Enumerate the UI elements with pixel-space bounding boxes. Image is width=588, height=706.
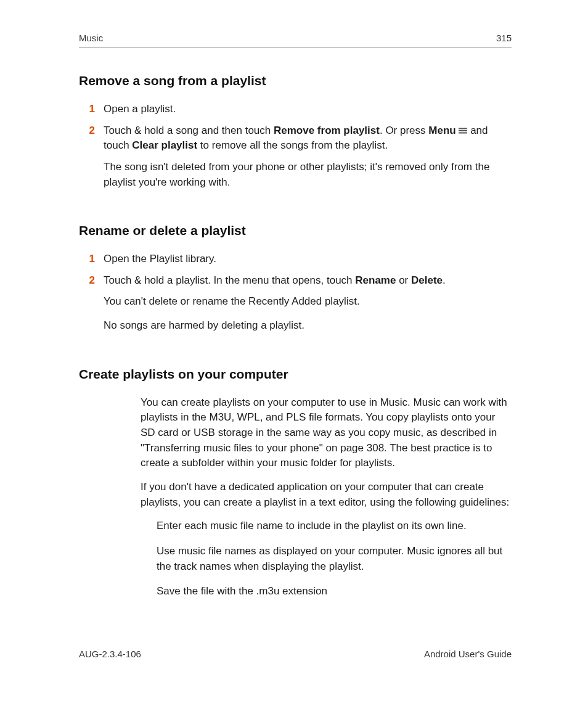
paragraph: You can create playlists on your compute… (141, 395, 512, 471)
ui-term: Remove from playlist (274, 125, 380, 136)
guidelines-list: Enter each music file name to include in… (157, 519, 512, 599)
header-page-number: 315 (496, 33, 512, 43)
steps-remove-song: 1 Open a playlist. 2 Touch & hold a song… (79, 102, 512, 199)
ui-term: Delete (411, 274, 443, 286)
step-text: Touch & hold a song and then touch Remov… (104, 123, 512, 199)
step-text-line: Touch & hold a song and then touch Remov… (104, 125, 488, 152)
step-note: You can't delete or rename the Recently … (104, 294, 512, 310)
heading-remove-song: Remove a song from a playlist (79, 73, 512, 88)
page: Music 315 Remove a song from a playlist … (0, 0, 588, 706)
step-number: 2 (79, 273, 95, 342)
step-text-line: Touch & hold a playlist. In the menu tha… (104, 274, 446, 286)
page-footer: AUG-2.3.4-106 Android User's Guide (79, 649, 512, 659)
heading-create-playlists: Create playlists on your computer (79, 367, 512, 382)
step-note: The song isn't deleted from your phone o… (104, 160, 512, 190)
section-rename-delete: Rename or delete a playlist 1 Open the P… (79, 223, 512, 342)
step-note: No songs are harmed by deleting a playli… (104, 318, 512, 334)
step: 1 Open the Playlist library. (79, 252, 512, 267)
heading-rename-delete: Rename or delete a playlist (79, 223, 512, 238)
step: 2 Touch & hold a playlist. In the menu t… (79, 273, 512, 342)
step-number: 2 (79, 123, 95, 199)
section-remove-song: Remove a song from a playlist 1 Open a p… (79, 73, 512, 199)
step: 1 Open a playlist. (79, 102, 512, 117)
paragraph: If you don't have a dedicated applicatio… (141, 480, 512, 510)
list-item: Save the file with the .m3u extension (157, 584, 512, 599)
ui-term: Rename (355, 274, 396, 286)
body-create-playlists: You can create playlists on your compute… (141, 395, 512, 599)
svg-rect-1 (459, 130, 467, 131)
svg-rect-2 (459, 132, 467, 133)
steps-rename-delete: 1 Open the Playlist library. 2 Touch & h… (79, 252, 512, 342)
svg-rect-0 (459, 128, 467, 129)
ui-term: Menu (428, 125, 455, 136)
step-number: 1 (79, 252, 95, 267)
header-chapter: Music (79, 33, 103, 43)
list-item: Enter each music file name to include in… (157, 519, 512, 534)
page-header: Music 315 (79, 33, 512, 47)
ui-term: Clear playlist (132, 139, 197, 151)
step: 2 Touch & hold a song and then touch Rem… (79, 123, 512, 199)
step-text: Touch & hold a playlist. In the menu tha… (104, 273, 512, 342)
step-number: 1 (79, 102, 95, 117)
section-create-playlists: Create playlists on your computer You ca… (79, 367, 512, 599)
list-item: Use music file names as displayed on you… (157, 544, 512, 574)
footer-title: Android User's Guide (424, 649, 512, 659)
step-text: Open the Playlist library. (104, 252, 512, 267)
step-text: Open a playlist. (104, 102, 512, 117)
footer-doc-id: AUG-2.3.4-106 (79, 649, 141, 659)
menu-icon (459, 127, 467, 134)
